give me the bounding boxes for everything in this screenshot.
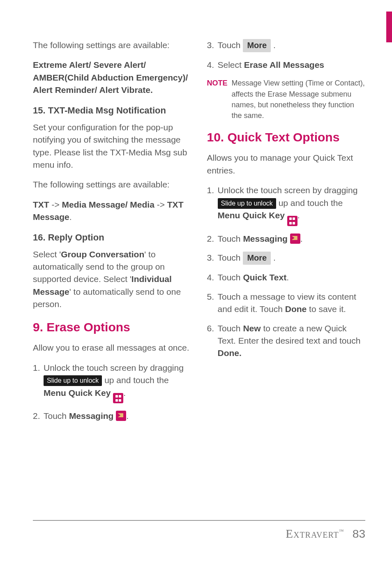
- period: .: [273, 40, 276, 50]
- step-body: Touch More .: [218, 252, 366, 265]
- menu-grid-icon[interactable]: [113, 393, 123, 403]
- txt-label: TXT: [33, 200, 49, 209]
- menu-quick-key-label: Menu Quick Key: [218, 210, 285, 220]
- qstep4-text-a: Touch: [218, 273, 243, 282]
- step-number: 1.: [33, 362, 44, 404]
- step-number: 4.: [207, 271, 218, 284]
- quick-text-intro: Allows you to manage your Quick Text ent…: [207, 152, 366, 177]
- step-number: 2.: [33, 410, 44, 422]
- slide-to-unlock-button[interactable]: Slide up to unlock: [218, 198, 276, 209]
- erase-step-2: 2. Touch Messaging .: [33, 410, 191, 422]
- period: .: [297, 210, 300, 220]
- period: .: [273, 253, 276, 262]
- menu-grid-icon[interactable]: [287, 216, 297, 226]
- left-column: The following settings are available: Ex…: [33, 39, 191, 429]
- done-label-2: Done.: [218, 348, 242, 358]
- step-body: Touch New to create a new Quick Text. En…: [218, 322, 366, 360]
- messaging-label: Messaging: [69, 411, 114, 421]
- alert-types-list: Extreme Alert/ Severe Alert/ AMBER(Child…: [33, 59, 191, 96]
- page-number: 83: [353, 527, 365, 540]
- period: .: [69, 212, 72, 222]
- step-body: Unlock the touch screen by dragging Slid…: [44, 362, 191, 404]
- qstep1-text-b: up and touch the: [279, 198, 343, 208]
- sec16-text-a: Select ': [33, 250, 61, 259]
- step-body: Touch More .: [218, 39, 366, 52]
- note-label: NOTE: [207, 78, 228, 120]
- step-number: 6.: [207, 322, 218, 360]
- section-15-title: 15. TXT-Media Msg Notification: [33, 104, 191, 117]
- step-number: 1.: [207, 184, 218, 226]
- more-button[interactable]: More: [243, 252, 271, 265]
- qstep6-text-a: Touch: [218, 324, 243, 333]
- qstep3-text-a: Touch: [218, 253, 243, 262]
- step-body: Unlock the touch screen by dragging Slid…: [218, 184, 366, 226]
- media-message-label: Media Message/ Media: [62, 200, 154, 209]
- period: .: [126, 411, 129, 421]
- period: .: [300, 234, 303, 243]
- period: .: [286, 273, 289, 282]
- quick-step-6: 6. Touch New to create a new Quick Text.…: [207, 322, 366, 360]
- group-conversation-label: Group Conversation: [61, 250, 144, 259]
- settings-available-2: The following settings are available:: [33, 178, 191, 191]
- quick-step-5: 5. Touch a message to view its content a…: [207, 291, 366, 316]
- note-block: NOTE Message View setting (Time or Conta…: [207, 78, 366, 120]
- step-number: 4.: [207, 59, 218, 71]
- page-footer: Extravert™ 83: [33, 520, 365, 543]
- step3-text-a: Touch: [218, 40, 243, 50]
- step-number: 3.: [207, 39, 218, 52]
- txt-media-options: TXT -> Media Message/ Media -> TXT Messa…: [33, 199, 191, 224]
- note-body: Message View setting (Time or Contact), …: [232, 78, 365, 120]
- step-body: Select Erase All Messages: [218, 59, 366, 71]
- quick-step-3: 3. Touch More .: [207, 252, 366, 265]
- footer-text: Extravert™ 83: [33, 525, 365, 543]
- messaging-icon[interactable]: [116, 411, 126, 421]
- done-label: Done: [285, 304, 307, 314]
- erase-all-messages-label: Erase All Messages: [244, 60, 324, 69]
- step1-text-b: up and touch the: [104, 375, 168, 385]
- erase-step-1: 1. Unlock the touch screen by dragging S…: [33, 362, 191, 404]
- brand-name: Extravert: [286, 527, 339, 540]
- messaging-label: Messaging: [243, 234, 288, 243]
- quick-step-2: 2. Touch Messaging .: [207, 233, 366, 245]
- quick-text-heading: 10. Quick Text Options: [207, 128, 366, 146]
- erase-intro: Allow you to erase all messages at once.: [33, 342, 191, 354]
- menu-quick-key-label: Menu Quick Key: [44, 388, 111, 398]
- quick-step-1: 1. Unlock the touch screen by dragging S…: [207, 184, 366, 226]
- slide-to-unlock-button[interactable]: Slide up to unlock: [44, 375, 102, 386]
- new-label: New: [243, 324, 261, 333]
- step-number: 2.: [207, 233, 218, 245]
- arrow-2: ->: [154, 200, 167, 209]
- erase-step-3: 3. Touch More .: [207, 39, 366, 52]
- qstep2-text-a: Touch: [218, 234, 243, 243]
- step1-text-a: Unlock the touch screen by dragging: [44, 363, 184, 372]
- step4-text-a: Select: [218, 60, 244, 69]
- messaging-icon[interactable]: [290, 233, 300, 244]
- qstep5-text-c: to save it.: [307, 304, 346, 314]
- page-content: The following settings are available: Ex…: [0, 0, 392, 429]
- right-column: 3. Touch More . 4. Select Erase All Mess…: [207, 39, 366, 429]
- step-body: Touch a message to view its content and …: [218, 291, 366, 316]
- footer-divider: [33, 520, 365, 521]
- edge-tab-marker: [386, 12, 392, 42]
- intro-text: The following settings are available:: [33, 39, 191, 51]
- section-16-body: Select 'Group Conversation' to automatic…: [33, 248, 191, 311]
- period: .: [123, 388, 126, 398]
- trademark-symbol: ™: [339, 528, 344, 534]
- qstep1-text-a: Unlock the touch screen by dragging: [218, 185, 358, 195]
- arrow-1: ->: [49, 200, 62, 209]
- section-16-title: 16. Reply Option: [33, 231, 191, 244]
- step-number: 5.: [207, 291, 218, 316]
- quick-step-4: 4. Touch Quick Text.: [207, 271, 366, 284]
- more-button[interactable]: More: [243, 39, 271, 52]
- quick-text-label: Quick Text: [243, 273, 286, 282]
- section-15-body: Set your configuration for the pop-up no…: [33, 121, 191, 171]
- step2-text-a: Touch: [44, 411, 69, 421]
- step-number: 3.: [207, 252, 218, 265]
- step-body: Touch Quick Text.: [218, 271, 366, 284]
- step-body: Touch Messaging .: [218, 233, 366, 245]
- erase-options-heading: 9. Erase Options: [33, 318, 191, 336]
- step-body: Touch Messaging .: [44, 410, 191, 422]
- erase-step-4: 4. Select Erase All Messages: [207, 59, 366, 71]
